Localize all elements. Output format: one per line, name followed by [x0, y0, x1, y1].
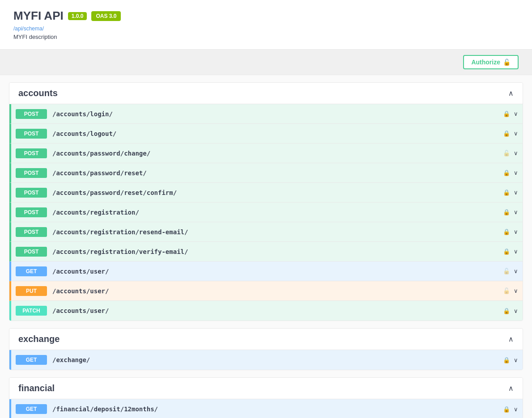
endpoint-actions: 🔓∨: [503, 268, 518, 274]
authorize-bar: Authorize 🔓: [0, 50, 532, 75]
endpoint-row-post--accounts-login-[interactable]: POST/accounts/login/🔒∨: [9, 104, 523, 124]
endpoint-actions: 🔒∨: [503, 357, 518, 363]
lock-open-icon: 🔓: [503, 150, 510, 156]
endpoint-path: /accounts/password/change/: [52, 150, 503, 157]
method-badge-post: POST: [16, 148, 47, 158]
chevron-down-icon: ∨: [514, 248, 518, 255]
lock-closed-icon: 🔒: [503, 189, 510, 196]
endpoint-row-post--accounts-registration-verify-email-[interactable]: POST/accounts/registration/verify-email/…: [9, 242, 523, 262]
section-title-financial: financial: [18, 383, 55, 393]
header-section: MYFI API 1.0.0 OAS 3.0 /api/schema/ MYFI…: [0, 0, 532, 50]
endpoint-actions: 🔒∨: [503, 130, 518, 137]
method-badge-get: GET: [16, 404, 47, 414]
version-badge: 1.0.0: [68, 12, 87, 20]
endpoint-actions: 🔓∨: [503, 287, 518, 294]
main-content: accounts∧POST/accounts/login/🔒∨POST/acco…: [0, 82, 532, 418]
section-title-exchange: exchange: [18, 334, 60, 344]
endpoint-row-post--accounts-password-change-[interactable]: POST/accounts/password/change/🔓∨: [9, 144, 523, 163]
endpoint-path: /financial/deposit/12months/: [52, 405, 503, 413]
endpoint-path: /exchange/: [52, 356, 503, 363]
lock-open-icon: 🔓: [503, 268, 510, 274]
endpoint-row-post--accounts-logout-[interactable]: POST/accounts/logout/🔒∨: [9, 124, 523, 144]
method-badge-post: POST: [16, 227, 47, 237]
endpoint-row-get--exchange-[interactable]: GET/exchange/🔒∨: [9, 350, 523, 370]
api-title-row: MYFI API 1.0.0 OAS 3.0: [13, 9, 519, 23]
chevron-down-icon: ∨: [514, 110, 518, 117]
lock-closed-icon: 🔒: [503, 110, 510, 117]
endpoint-path: /accounts/user/: [52, 287, 503, 295]
endpoint-row-post--accounts-password-reset-confirm-[interactable]: POST/accounts/password/reset/confirm/🔒∨: [9, 183, 523, 203]
endpoint-path: /accounts/password/reset/: [52, 169, 503, 177]
chevron-down-icon: ∨: [514, 357, 518, 363]
method-badge-post: POST: [16, 168, 47, 178]
chevron-down-icon: ∨: [514, 228, 518, 235]
method-badge-get: GET: [16, 355, 47, 365]
chevron-up-icon-financial: ∧: [508, 384, 514, 393]
section-title-accounts: accounts: [18, 88, 58, 98]
endpoint-row-post--accounts-registration-[interactable]: POST/accounts/registration/🔒∨: [9, 203, 523, 222]
endpoint-actions: 🔒∨: [503, 228, 518, 235]
method-badge-post: POST: [16, 109, 47, 119]
chevron-down-icon: ∨: [514, 268, 518, 274]
endpoint-path: /accounts/registration/verify-email/: [52, 248, 503, 255]
endpoint-row-get--financial-deposit-12months-[interactable]: GET/financial/deposit/12months/🔒∨: [9, 399, 523, 418]
schema-link[interactable]: /api/schema/: [13, 25, 519, 32]
lock-closed-icon: 🔒: [503, 357, 510, 363]
method-badge-put: PUT: [16, 286, 47, 296]
endpoint-actions: 🔒∨: [503, 169, 518, 176]
lock-closed-icon: 🔒: [503, 308, 510, 314]
chevron-down-icon: ∨: [514, 130, 518, 137]
api-description: MYFI description: [13, 34, 519, 40]
chevron-down-icon: ∨: [514, 169, 518, 176]
endpoint-path: /accounts/registration/: [52, 209, 503, 216]
lock-closed-icon: 🔒: [503, 169, 510, 176]
endpoint-path: /accounts/user/: [52, 268, 503, 275]
lock-closed-icon: 🔒: [503, 209, 510, 215]
endpoint-actions: 🔒∨: [503, 110, 518, 117]
chevron-down-icon: ∨: [514, 209, 518, 215]
endpoint-row-get--accounts-user-[interactable]: GET/accounts/user/🔓∨: [9, 262, 523, 281]
endpoint-actions: 🔒∨: [503, 189, 518, 196]
endpoint-path: /accounts/logout/: [52, 130, 503, 137]
endpoint-path: /accounts/registration/resend-email/: [52, 228, 503, 236]
chevron-down-icon: ∨: [514, 150, 518, 156]
endpoint-actions: 🔓∨: [503, 150, 518, 156]
section-header-accounts[interactable]: accounts∧: [9, 83, 523, 104]
method-badge-post: POST: [16, 247, 47, 257]
oas-badge: OAS 3.0: [91, 11, 121, 21]
authorize-button[interactable]: Authorize 🔓: [463, 55, 519, 69]
chevron-up-icon-exchange: ∧: [508, 335, 514, 343]
lock-closed-icon: 🔒: [503, 406, 510, 413]
lock-closed-icon: 🔒: [503, 130, 510, 137]
endpoint-actions: 🔒∨: [503, 209, 518, 215]
section-financial: financial∧GET/financial/deposit/12months…: [9, 377, 523, 418]
endpoint-actions: 🔒∨: [503, 308, 518, 314]
chevron-down-icon: ∨: [514, 308, 518, 314]
endpoint-row-post--accounts-password-reset-[interactable]: POST/accounts/password/reset/🔒∨: [9, 163, 523, 183]
method-badge-get: GET: [16, 266, 47, 276]
api-title: MYFI API: [13, 9, 64, 23]
authorize-label: Authorize: [471, 59, 500, 66]
endpoint-row-post--accounts-registration-resend-email-[interactable]: POST/accounts/registration/resend-email/…: [9, 222, 523, 242]
section-header-exchange[interactable]: exchange∧: [9, 329, 523, 350]
endpoint-row-patch--accounts-user-[interactable]: PATCH/accounts/user/🔒∨: [9, 301, 523, 321]
method-badge-patch: PATCH: [16, 306, 47, 316]
chevron-down-icon: ∨: [514, 287, 518, 294]
method-badge-post: POST: [16, 207, 47, 217]
endpoint-row-put--accounts-user-[interactable]: PUT/accounts/user/🔓∨: [9, 281, 523, 301]
section-exchange: exchange∧GET/exchange/🔒∨: [9, 328, 523, 370]
endpoint-path: /accounts/login/: [52, 110, 503, 118]
endpoint-path: /accounts/user/: [52, 307, 503, 314]
endpoint-actions: 🔒∨: [503, 406, 518, 413]
lock-icon: 🔓: [503, 59, 511, 66]
endpoint-actions: 🔒∨: [503, 248, 518, 255]
chevron-down-icon: ∨: [514, 406, 518, 413]
method-badge-post: POST: [16, 188, 47, 198]
section-header-financial[interactable]: financial∧: [9, 378, 523, 399]
chevron-down-icon: ∨: [514, 189, 518, 196]
endpoint-path: /accounts/password/reset/confirm/: [52, 189, 503, 196]
lock-open-icon: 🔓: [503, 287, 510, 294]
lock-closed-icon: 🔒: [503, 248, 510, 255]
lock-closed-icon: 🔒: [503, 228, 510, 235]
method-badge-post: POST: [16, 129, 47, 139]
